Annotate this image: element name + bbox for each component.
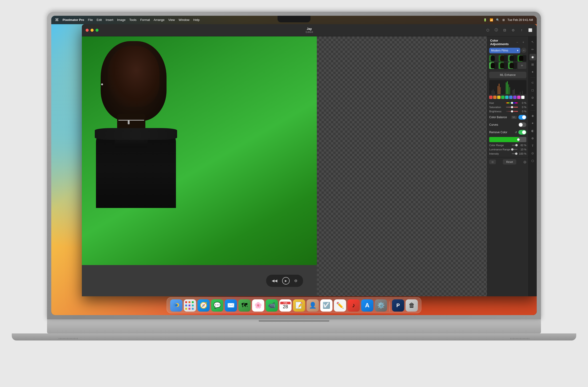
play-button[interactable]: ▶ bbox=[282, 277, 290, 285]
close-button[interactable] bbox=[86, 29, 89, 32]
curves-toggle[interactable] bbox=[518, 122, 526, 127]
magic-wand-icon[interactable]: ✦ bbox=[529, 69, 536, 76]
ch-white[interactable] bbox=[521, 96, 525, 99]
panel-collapse-icon[interactable]: ⊖ bbox=[523, 160, 526, 164]
text-tool-icon[interactable]: T bbox=[529, 143, 536, 149]
reset-button[interactable]: Reset bbox=[503, 159, 516, 164]
swatch-handle[interactable] bbox=[517, 138, 520, 141]
ch-indigo[interactable] bbox=[513, 96, 517, 99]
dock-app-trash[interactable]: 🗑 bbox=[406, 299, 418, 311]
crop-tool-icon[interactable]: ⊞ bbox=[529, 61, 536, 68]
dock-app-reminders[interactable]: ☑️ bbox=[320, 299, 333, 311]
ch-cyan[interactable] bbox=[505, 96, 508, 99]
rewind-icon[interactable]: ◀◀ bbox=[272, 278, 277, 283]
menu-format[interactable]: Format bbox=[140, 18, 150, 22]
menu-window[interactable]: Window bbox=[179, 18, 189, 22]
effects-tool-icon[interactable]: ◉ bbox=[529, 54, 536, 60]
preset-thumbnail-4[interactable] bbox=[518, 55, 526, 62]
gradient-tool-icon[interactable]: ◐ bbox=[529, 128, 536, 134]
light-tool-icon[interactable]: ✶ bbox=[529, 120, 536, 127]
ch-magenta[interactable] bbox=[517, 96, 521, 99]
intensity-thumb[interactable] bbox=[515, 153, 517, 155]
apple-logo[interactable]: ⌘ bbox=[55, 18, 59, 22]
luminance-range-track[interactable] bbox=[512, 149, 517, 150]
ch-blue[interactable] bbox=[509, 96, 512, 99]
remove-color-toggle[interactable] bbox=[518, 130, 526, 135]
ml-enhance-button[interactable]: ML Enhance bbox=[489, 72, 526, 78]
maximize-button[interactable] bbox=[96, 29, 99, 32]
menu-view[interactable]: View bbox=[168, 18, 175, 22]
share-icon[interactable]: ⬡ bbox=[485, 27, 491, 33]
dock-app-facetime[interactable]: 📹 bbox=[266, 299, 278, 311]
menu-file[interactable]: File bbox=[88, 18, 93, 22]
saturation-slider-container[interactable] bbox=[506, 107, 518, 108]
color-tool-icon[interactable]: ◈ bbox=[529, 113, 536, 119]
preset-thumbnail-7[interactable] bbox=[508, 62, 517, 69]
menu-edit[interactable]: Edit bbox=[97, 18, 102, 22]
dock-app-calendar[interactable]: FEB 28 bbox=[279, 299, 292, 311]
brightness-slider-container[interactable] bbox=[506, 111, 518, 112]
menu-arrange[interactable]: Arrange bbox=[154, 18, 164, 22]
hue-slider-container[interactable] bbox=[506, 102, 518, 103]
preset-close-button[interactable]: × bbox=[521, 48, 526, 53]
dock-app-finder[interactable]: 🔵 bbox=[170, 299, 183, 311]
color-range-track[interactable] bbox=[512, 145, 517, 146]
menu-image[interactable]: Image bbox=[117, 18, 126, 22]
dock-app-notes[interactable]: 📝 bbox=[293, 299, 305, 311]
minimize-button[interactable] bbox=[91, 29, 94, 32]
panel-minus-icon[interactable]: − bbox=[515, 40, 519, 44]
dock-app-music[interactable]: ♪ bbox=[348, 299, 360, 311]
menu-tools[interactable]: Tools bbox=[129, 18, 136, 22]
dock-app-appstore[interactable]: A bbox=[361, 299, 374, 311]
dock-app-messages[interactable]: 💬 bbox=[211, 299, 223, 311]
transform-tool-icon[interactable]: ⬡ bbox=[529, 158, 536, 164]
preset-thumbnail-3[interactable] bbox=[508, 55, 517, 62]
intensity-track[interactable] bbox=[512, 153, 517, 154]
copy-icon[interactable]: ⊡ bbox=[502, 27, 507, 33]
more-icon[interactable]: ⊙ bbox=[510, 27, 516, 33]
before-after-icon[interactable]: ⊟ bbox=[489, 159, 496, 164]
luminance-range-thumb[interactable] bbox=[511, 148, 513, 151]
brush-tool-icon[interactable]: ⊘ bbox=[529, 95, 536, 101]
remove-color-reset-icon[interactable]: ↺ bbox=[515, 131, 517, 134]
ch-yellow[interactable] bbox=[497, 96, 501, 99]
pencil-tool-icon[interactable]: ✒ bbox=[529, 102, 536, 109]
dock-app-freeform[interactable]: ✏️ bbox=[334, 299, 346, 311]
search-icon[interactable]: 🔍 bbox=[496, 18, 500, 22]
dock-app-launchpad[interactable] bbox=[184, 299, 196, 311]
dock-app-mail[interactable]: ✉️ bbox=[225, 299, 237, 311]
info-icon[interactable]: ⓘ bbox=[493, 27, 499, 33]
color-balance-toggle[interactable] bbox=[518, 115, 526, 120]
stop-icon[interactable]: ⊖ bbox=[294, 278, 297, 283]
select-tool-icon[interactable]: ↖ bbox=[529, 39, 536, 45]
preset-dropdown[interactable]: Modern Films ▾ bbox=[489, 48, 520, 53]
zoom-tool-icon[interactable]: ⊙ bbox=[529, 150, 536, 157]
preset-thumbnail-1[interactable] bbox=[489, 55, 498, 62]
dock-app-maps[interactable]: 🗺 bbox=[238, 299, 251, 311]
split-view-icon[interactable]: ⬜ bbox=[527, 27, 533, 33]
color-range-thumb[interactable] bbox=[515, 144, 518, 146]
menu-app-name[interactable]: Pixelmator Pro bbox=[63, 18, 84, 22]
preset-thumbnail-5[interactable] bbox=[489, 62, 498, 69]
dock-app-photos[interactable]: 🌸 bbox=[252, 299, 264, 311]
paint-tool-icon[interactable]: ✏ bbox=[529, 46, 536, 53]
dock-app-contacts[interactable]: 👤 bbox=[307, 299, 319, 311]
menu-help[interactable]: Help bbox=[193, 18, 200, 22]
dock-app-safari[interactable]: 🧭 bbox=[198, 299, 210, 311]
ch-red[interactable] bbox=[489, 96, 492, 99]
panel-plus-icon[interactable]: + bbox=[521, 40, 525, 44]
ch-orange[interactable] bbox=[493, 96, 497, 99]
add-preset-button[interactable]: + bbox=[518, 62, 526, 69]
export-icon[interactable]: ↑ bbox=[519, 27, 525, 33]
dock-app-pixelmator[interactable]: P bbox=[392, 299, 404, 311]
lasso-tool-icon[interactable]: ⊂ bbox=[529, 79, 536, 86]
menu-insert[interactable]: Insert bbox=[105, 18, 113, 22]
preset-thumbnail-2[interactable] bbox=[499, 55, 507, 62]
preset-thumbnail-6[interactable] bbox=[499, 62, 507, 69]
eraser-tool-icon[interactable]: ◻ bbox=[529, 87, 536, 94]
control-center-icon[interactable]: ⊞ bbox=[502, 18, 505, 22]
stamp-tool-icon[interactable]: ⊕ bbox=[529, 135, 536, 142]
dock-app-system-settings[interactable]: ⚙️ bbox=[375, 299, 387, 311]
color-swatch-bar[interactable] bbox=[489, 137, 526, 142]
ch-green[interactable] bbox=[501, 96, 504, 99]
